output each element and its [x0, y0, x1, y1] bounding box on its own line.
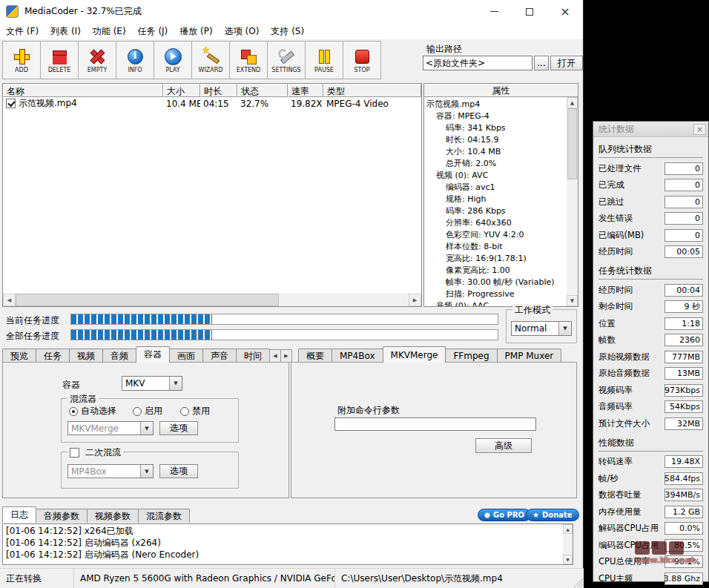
property-tree-item[interactable]: 大小: 10.4 MB — [424, 146, 567, 158]
property-tree-item[interactable]: 编码器: avc1 — [424, 182, 567, 194]
property-tree-item[interactable]: 码率: 341 Kbps — [424, 122, 567, 134]
scroll-down-icon[interactable]: ▼ — [563, 555, 573, 564]
statistics-titlebar[interactable]: 统计数据 × — [593, 122, 708, 137]
property-tree-item[interactable]: 示范视频.mp4 — [424, 99, 567, 110]
property-tree-item[interactable]: 总开销: 2.0% — [424, 158, 567, 170]
property-tree-item[interactable]: 时长: 04:15.9 — [424, 134, 567, 146]
tab-sound[interactable]: 声音 — [202, 348, 237, 363]
tab-container[interactable]: 容器 — [136, 346, 170, 363]
stats-label: CPU总使用率 — [598, 556, 650, 567]
window-controls: × — [476, 0, 583, 23]
tab-summary[interactable]: 概要 — [298, 348, 332, 363]
output-path-input[interactable] — [423, 56, 532, 70]
file-checkbox[interactable] — [6, 99, 16, 108]
tab-video-params[interactable]: 视频参数 — [87, 509, 139, 523]
open-button[interactable]: 打开 — [550, 56, 583, 70]
menu-item[interactable]: 列表 (I) — [44, 24, 87, 39]
toolbar-button[interactable]: EXTEND — [229, 41, 268, 79]
tab-mux-params[interactable]: 混流参数 — [138, 509, 190, 523]
menu-item[interactable]: 文件 (F) — [0, 24, 44, 39]
property-tree-item[interactable]: 视频 (0): AVC — [424, 170, 567, 182]
radio-disable[interactable]: 禁用 — [180, 405, 210, 417]
scroll-up-icon[interactable]: ▲ — [567, 97, 578, 108]
column-header-size[interactable]: 大小 — [163, 84, 200, 97]
tab-mp4box[interactable]: MP4Box — [332, 348, 383, 363]
close-icon[interactable]: × — [693, 124, 706, 135]
tab-task[interactable]: 任务 — [36, 348, 70, 363]
vertical-scrollbar[interactable]: ▲ ▼ — [567, 97, 578, 306]
property-tree-item[interactable]: 扫描: Progressive — [424, 288, 567, 300]
column-header-rate[interactable]: 速率 — [288, 84, 323, 97]
extra-params-input[interactable] — [334, 417, 536, 431]
minimize-button[interactable] — [476, 0, 512, 23]
column-header-name[interactable]: 名称 — [3, 84, 163, 97]
scroll-right-icon[interactable]: ▶ — [409, 294, 421, 306]
menu-item[interactable]: 播放 (P) — [174, 24, 218, 39]
toolbar-button[interactable]: INFO — [116, 41, 154, 79]
second-mux-checkbox[interactable] — [70, 448, 79, 457]
muxer-options-button[interactable]: 选项 — [159, 421, 198, 435]
radio-enable[interactable]: 启用 — [133, 405, 162, 417]
tab-preview[interactable]: 预览 — [2, 348, 36, 363]
tab-scroll-left-icon[interactable]: ◀ — [269, 349, 281, 363]
tab-mkvmerge[interactable]: MKVMerge — [383, 346, 446, 363]
scroll-up-icon[interactable]: ▲ — [563, 524, 573, 534]
tab-time[interactable]: 时间 — [236, 348, 270, 363]
stats-row: 经历时间 00:05 — [598, 244, 704, 261]
menu-item[interactable]: 任务 (J) — [132, 24, 174, 39]
horizontal-scrollbar[interactable]: ◀ ▶ — [3, 294, 421, 306]
table-row[interactable]: 示范视频.mp4 10.4 MB 04:15 32.7% 19.82X MPEG… — [3, 97, 421, 110]
tab-video[interactable]: 视频 — [69, 348, 103, 363]
close-icon: × — [560, 6, 570, 18]
property-tree-item[interactable]: 容器: MPEG-4 — [424, 110, 567, 122]
tab-audio-params[interactable]: 音频参数 — [36, 509, 88, 523]
tab-picture[interactable]: 画面 — [169, 348, 203, 363]
toolbar-button[interactable]: STOP — [343, 41, 381, 79]
toolbar-button[interactable]: DELETE — [40, 41, 79, 79]
close-button[interactable]: × — [547, 0, 583, 23]
property-tree-item[interactable]: 色彩空间: YUV 4:2:0 — [424, 229, 567, 241]
property-tree-item[interactable]: 规格: High — [424, 194, 567, 205]
second-mux-options-button[interactable]: 选项 — [159, 464, 198, 478]
toolbar-button[interactable]: ADD — [2, 41, 41, 79]
work-mode-select[interactable]: Normal ▼ — [511, 321, 572, 336]
property-tree-item[interactable]: 码率: 286 Kbps — [424, 205, 567, 217]
donate-button[interactable]: ★ Donate — [526, 509, 579, 521]
column-header-duration[interactable]: 时长 — [200, 84, 237, 97]
scrollbar-thumb[interactable] — [16, 294, 279, 306]
column-header-type[interactable]: 类型 — [323, 84, 421, 97]
toolbar-button[interactable]: SETTINGS — [267, 41, 306, 79]
tab-log[interactable]: 日志 — [2, 506, 36, 523]
tab-audio[interactable]: 音频 — [102, 348, 136, 363]
titlebar[interactable]: MediaCoder - 32.7%已完成 × — [0, 0, 583, 23]
menu-item[interactable]: 支持 (S) — [265, 24, 310, 39]
radio-auto-select[interactable]: 自动选择 — [69, 405, 116, 417]
menu-item[interactable]: 功能 (E) — [87, 24, 132, 39]
resize-grip[interactable] — [573, 578, 583, 587]
tab-ffmpeg[interactable]: FFmpeg — [445, 348, 497, 363]
maximize-button[interactable] — [512, 0, 547, 23]
scroll-down-icon[interactable]: ▼ — [567, 295, 578, 306]
property-tree-item[interactable]: 帧率: 30.00 帧/秒 (Variable) — [424, 277, 567, 288]
add-icon — [13, 47, 30, 65]
chevron-down-icon: ▼ — [140, 422, 153, 435]
toolbar-button[interactable]: EMPTY — [78, 41, 116, 79]
column-header-status[interactable]: 状态 — [237, 84, 288, 97]
scroll-left-icon[interactable]: ◀ — [3, 294, 16, 306]
scrollbar-thumb[interactable] — [567, 108, 577, 179]
toolbar-button[interactable]: WIZARD — [191, 41, 230, 79]
container-format-select[interactable]: MKV ▼ — [122, 376, 182, 391]
advanced-button[interactable]: 高级 — [475, 438, 532, 453]
property-tree-item[interactable]: 像素宽高比: 1.00 — [424, 265, 567, 277]
toolbar-button[interactable]: PAUSE — [305, 41, 343, 79]
log-scrollbar[interactable]: ▲ ▼ — [563, 524, 573, 564]
property-tree-item[interactable]: 样本位数: 8-bit — [424, 241, 567, 253]
tab-scroll-right-icon[interactable]: ▶ — [280, 349, 292, 363]
toolbar-button[interactable]: PLAY — [154, 41, 192, 79]
property-tree-item[interactable]: 宽高比: 16:9(1.78:1) — [424, 253, 567, 265]
property-tree-item[interactable]: 分辨率: 640x360 — [424, 217, 567, 229]
tab-pmp-muxer[interactable]: PMP Muxer — [497, 348, 562, 363]
go-pro-button[interactable]: Go PRO — [478, 509, 531, 521]
browse-button[interactable]: ... — [534, 56, 549, 70]
menu-item[interactable]: 选项 (O) — [219, 24, 266, 39]
